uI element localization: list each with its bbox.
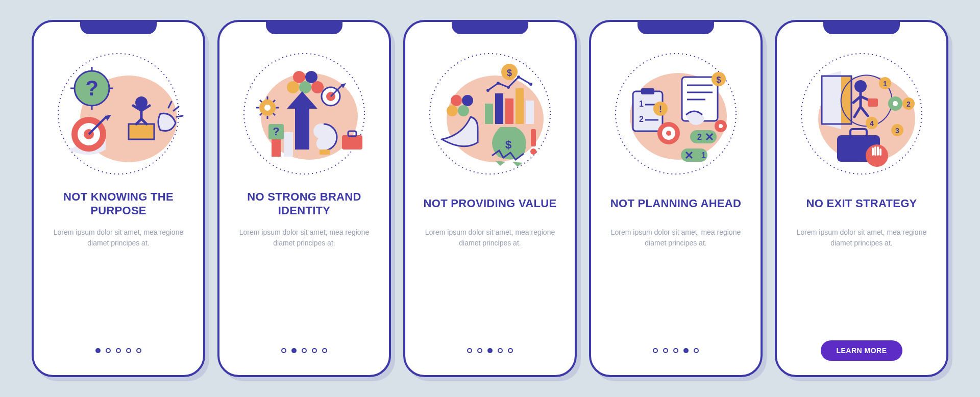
onboarding-slide-1: ? Not Knowing The Purpose Lorem ip	[32, 20, 205, 377]
svg-text:1: 1	[701, 151, 706, 160]
slide-desc: Lorem ipsum dolor sit amet, mea regione …	[238, 227, 371, 249]
svg-text:4: 4	[870, 119, 874, 128]
svg-rect-66	[531, 129, 536, 146]
dot-2[interactable]	[663, 348, 668, 353]
svg-text:$: $	[507, 68, 512, 78]
onboarding-slide-5: 1 2 3 4 No Exit Strategy Lorem ipsum dol…	[775, 20, 948, 377]
svg-text:2: 2	[639, 115, 644, 123]
svg-rect-89	[690, 130, 717, 143]
svg-point-60	[462, 95, 473, 106]
slide-desc: Lorem ipsum dolor sit amet, mea regione …	[609, 227, 742, 249]
svg-point-62	[458, 105, 469, 116]
dot-1[interactable]	[653, 348, 658, 353]
svg-rect-53	[526, 101, 534, 124]
svg-point-67	[530, 148, 536, 155]
svg-text:3: 3	[895, 127, 899, 135]
svg-marker-102	[822, 71, 841, 129]
slide-desc: Lorem ipsum dolor sit amet, mea regione …	[795, 227, 928, 249]
phone-notch	[452, 22, 528, 34]
svg-rect-52	[516, 88, 524, 124]
slide-footer: LEARN MORE	[790, 339, 933, 362]
dot-2[interactable]	[477, 348, 482, 353]
slide-desc: Lorem ipsum dolor sit amet, mea regione …	[424, 227, 556, 249]
slide-footer	[47, 339, 190, 362]
dot-2[interactable]	[291, 348, 297, 353]
svg-point-98	[719, 124, 723, 128]
svg-rect-39	[284, 132, 293, 157]
pagination-dots	[281, 348, 327, 353]
svg-point-59	[451, 95, 462, 106]
svg-point-20	[287, 81, 299, 93]
learn-more-button[interactable]: LEARN MORE	[821, 340, 902, 361]
dot-1[interactable]	[467, 348, 472, 353]
dot-5[interactable]	[694, 348, 699, 353]
svg-text:!: !	[659, 104, 662, 114]
dot-1[interactable]	[281, 348, 286, 353]
value-icon: $ $	[424, 47, 556, 180]
slide-title: Not Planning Ahead	[610, 189, 741, 218]
svg-rect-51	[505, 98, 513, 124]
svg-point-28	[264, 105, 271, 111]
slide-footer	[233, 339, 376, 362]
purpose-icon: ?	[52, 47, 185, 180]
slide-title: No Exit Strategy	[806, 189, 917, 218]
pagination-dots	[653, 348, 699, 353]
svg-text:$: $	[505, 138, 511, 151]
dot-5[interactable]	[508, 348, 513, 353]
svg-rect-50	[495, 93, 503, 124]
svg-rect-49	[485, 104, 493, 124]
svg-point-21	[299, 81, 311, 93]
dot-5[interactable]	[322, 348, 327, 353]
brand-icon: ?	[238, 47, 371, 180]
phone-notch	[80, 22, 157, 34]
phone-notch	[823, 22, 900, 34]
dot-4[interactable]	[683, 348, 689, 353]
svg-rect-13	[129, 124, 154, 139]
svg-text:1: 1	[639, 100, 644, 108]
svg-point-58	[529, 83, 532, 86]
svg-point-55	[497, 82, 500, 85]
pagination-dots	[467, 348, 513, 353]
svg-rect-72	[641, 88, 654, 94]
slide-footer	[419, 339, 561, 362]
dot-1[interactable]	[95, 348, 101, 353]
phone-notch	[266, 22, 342, 34]
slide-title: Not Providing Value	[424, 189, 557, 218]
dot-4[interactable]	[498, 348, 503, 353]
exit-icon: 1 2 3 4	[795, 47, 928, 180]
svg-text:1: 1	[883, 80, 887, 88]
dot-3[interactable]	[487, 348, 493, 353]
svg-line-33	[260, 100, 262, 102]
svg-rect-105	[868, 98, 878, 107]
svg-point-19	[305, 71, 317, 83]
svg-point-115	[893, 101, 898, 106]
dot-3[interactable]	[116, 348, 121, 353]
svg-rect-43	[342, 135, 362, 150]
svg-point-88	[666, 131, 671, 136]
svg-text:2: 2	[906, 100, 911, 108]
onboarding-slide-3: $ $	[403, 20, 577, 377]
svg-text:$: $	[717, 76, 721, 84]
phone-notch	[638, 22, 714, 34]
slide-title: Not Knowing The Purpose	[47, 189, 190, 218]
planning-icon: 1 2 ! $ 2	[609, 47, 742, 180]
dot-2[interactable]	[106, 348, 111, 353]
slide-title: No Strong Brand Identity	[233, 189, 376, 218]
dot-5[interactable]	[136, 348, 141, 353]
svg-rect-42	[320, 150, 330, 155]
svg-point-18	[293, 71, 305, 83]
dot-4[interactable]	[126, 348, 131, 353]
dot-3[interactable]	[302, 348, 307, 353]
svg-text:?: ?	[85, 76, 99, 100]
svg-point-57	[517, 76, 520, 79]
svg-point-61	[447, 105, 458, 116]
onboarding-slide-2: ? No Strong Brand Identity Lorem ipsum d…	[217, 20, 391, 377]
slide-desc: Lorem ipsum dolor sit amet, mea regione …	[52, 227, 185, 249]
svg-marker-65	[512, 162, 523, 167]
svg-text:2: 2	[697, 133, 702, 141]
dot-4[interactable]	[312, 348, 317, 353]
pagination-dots	[95, 348, 141, 353]
svg-rect-38	[272, 139, 281, 157]
slide-footer	[604, 339, 747, 362]
dot-3[interactable]	[673, 348, 678, 353]
